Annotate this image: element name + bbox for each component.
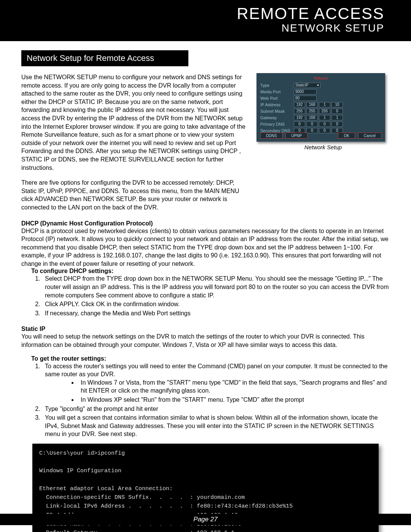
label-primary-dns: Primary DNS <box>260 122 294 126</box>
dhcp-text: DHCP is a protocol used by networked dev… <box>21 227 390 268</box>
header-title: REMOTE ACCESS <box>0 5 384 23</box>
dialog-caption: Network Setup <box>256 144 390 150</box>
dhcp-step-2: Click APPLY. Click OK in the confirmatio… <box>42 300 390 308</box>
ip-address-input[interactable]: 192168110 <box>294 102 343 107</box>
cancel-button[interactable]: Cancel <box>358 133 381 139</box>
header-subtitle: NETWORK SETUP <box>0 22 384 34</box>
label-type: Type <box>260 83 294 88</box>
dhcp-steps: Select DHCP from the TYPE drop down box … <box>31 275 390 317</box>
page-header: REMOTE ACCESS NETWORK SETUP <box>0 0 411 41</box>
label-gateway: Gateway <box>260 115 294 120</box>
static-bullet-1: In Windows 7 or Vista, from the "START" … <box>78 379 390 395</box>
page-number: Page 27 <box>0 514 411 525</box>
static-get-label: To get the router settings: <box>31 355 390 362</box>
label-subnet: Subnet Mask <box>260 109 294 113</box>
dhcp-step-3: If necessary, change the Media and Web P… <box>42 309 390 318</box>
label-web-port: Web Port <box>260 96 294 101</box>
upnp-button[interactable]: UPNP <box>285 133 307 139</box>
static-text: You will need to setup the network setti… <box>21 332 390 349</box>
label-secondary-dns: Secondary DNS <box>260 128 294 133</box>
label-ip: IP Address <box>260 102 294 107</box>
static-heading: Static IP <box>21 326 390 332</box>
primary-dns-input[interactable]: 0000 <box>294 121 343 127</box>
label-media-port: Media Port <box>260 89 294 94</box>
page-content: Network Setup for Remote Access Use the … <box>0 41 411 532</box>
ddns-button[interactable]: DDNS <box>260 133 282 139</box>
static-bullet-2: In Windows XP select "Run" from the "STA… <box>78 396 390 404</box>
dialog-title: Network <box>260 76 381 80</box>
dhcp-heading: DHCP (Dynamic Host Configuration Protoco… <box>21 220 390 227</box>
subnet-mask-input[interactable]: 2552552550 <box>294 109 343 114</box>
intro-p2: There are five options for configuring t… <box>21 179 247 211</box>
ok-button[interactable]: OK <box>338 133 355 139</box>
web-port-input[interactable]: 80 <box>294 96 317 101</box>
type-select[interactable]: StaticIP▾ <box>294 83 320 88</box>
dhcp-config-label: To configure DHCP settings: <box>31 268 390 275</box>
static-steps: To access the router's settings you will… <box>31 362 390 438</box>
intro-p1: Use the NETWORK SETUP menu to configure … <box>21 73 247 172</box>
intro-text: Use the NETWORK SETUP menu to configure … <box>21 73 247 219</box>
media-port-input[interactable]: 9000 <box>294 89 317 94</box>
dhcp-step-1: Select DHCP from the TYPE drop down box … <box>42 275 390 299</box>
static-step-2: Type "ipconfig" at the prompt and hit en… <box>42 405 390 413</box>
section-title: Network Setup for Remote Access <box>21 50 188 66</box>
gateway-input[interactable]: 19216811 <box>294 115 343 120</box>
network-setup-dialog: Network Type StaticIP▾ Media Port 9000 W… <box>256 73 385 142</box>
static-step-1: To access the router's settings you will… <box>42 362 390 404</box>
static-step-3: You will get a screen that contains info… <box>42 414 390 438</box>
